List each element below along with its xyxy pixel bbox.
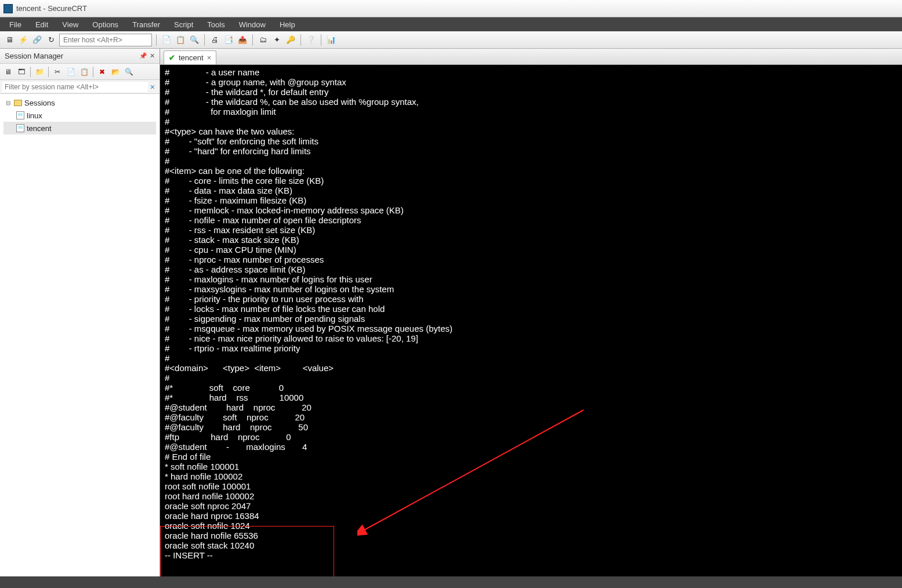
window-title: tencent - SecureCRT [16, 4, 87, 13]
find-icon[interactable]: 🔍 [189, 34, 200, 46]
main-area: Session Manager 📌 ✕ 🖥 🗔 📁 ✂ 📄 📋 ✖ 📂 🔍 × [0, 49, 902, 576]
reconnect-icon[interactable]: ↻ [45, 34, 57, 46]
tree-item-label: linux [27, 111, 42, 120]
terminal-line: # [165, 117, 897, 126]
menu-options[interactable]: Options [86, 19, 124, 30]
terminal-line: oracle hard nofile 65536 [165, 531, 897, 540]
send-icon[interactable]: 📤 [237, 34, 248, 46]
help-icon[interactable]: ❔ [305, 34, 317, 46]
menu-edit[interactable]: Edit [30, 19, 54, 30]
separator [48, 67, 49, 77]
tools-icon[interactable]: ✦ [271, 34, 282, 46]
terminal-line: # - stack - max stack size (KB) [165, 235, 897, 245]
menu-script[interactable]: Script [168, 19, 199, 30]
terminal-line: # - memlock - max locked-in-memory addre… [165, 205, 897, 215]
chart-icon[interactable]: 📊 [325, 34, 337, 46]
key-icon[interactable]: 🔑 [285, 34, 296, 46]
terminal-line: # - data - max data size (KB) [165, 186, 897, 195]
terminal-line: # - rtprio - max realtime priority [165, 343, 897, 353]
terminal-line: #@faculty hard nproc 50 [165, 422, 897, 432]
cut-icon[interactable]: ✂ [52, 66, 63, 78]
open-folder-icon[interactable]: 📂 [110, 66, 121, 78]
terminal-line: # - maxlogins - max number of logins for… [165, 274, 897, 284]
filter-input[interactable] [2, 82, 148, 92]
session-manager-panel: Session Manager 📌 ✕ 🖥 🗔 📁 ✂ 📄 📋 ✖ 📂 🔍 × [0, 49, 160, 576]
toolbar-separator [156, 34, 157, 46]
terminal-line: # [165, 353, 897, 363]
terminal-line: # [165, 156, 897, 166]
sessions-icon[interactable]: 🗂 [257, 34, 269, 46]
find-session-icon[interactable]: 🔍 [123, 66, 135, 78]
session-manager-title: Session Manager [5, 52, 63, 60]
terminal-line: # - cpu - max CPU time (MIN) [165, 245, 897, 255]
clear-filter-icon[interactable]: × [148, 82, 157, 92]
terminal-line: # - locks - max number of file locks the… [165, 304, 897, 314]
separator [93, 67, 93, 77]
delete-icon[interactable]: ✖ [96, 66, 108, 78]
terminal-line: * hard nofile 100002 [165, 471, 897, 481]
app-icon [3, 4, 13, 13]
titlebar: tencent - SecureCRT [0, 0, 902, 17]
session-icon [16, 111, 24, 119]
new-folder-icon[interactable]: 🗔 [16, 66, 27, 78]
menu-transfer[interactable]: Transfer [126, 19, 166, 30]
terminal-line: # [165, 373, 897, 383]
terminal-line: #<item> can be one of the following: [165, 166, 897, 176]
properties-icon[interactable]: 📑 [223, 34, 234, 46]
pin-icon[interactable]: 📌 [139, 52, 147, 60]
expander-icon[interactable]: ⊟ [5, 100, 12, 106]
menu-file[interactable]: File [3, 19, 27, 30]
print-icon[interactable]: 🖨 [209, 34, 220, 46]
terminal-line: #@student - maxlogins 4 [165, 442, 897, 452]
tabstrip: ✔ tencent × [160, 49, 902, 65]
terminal-line: # - nofile - max number of open file des… [165, 215, 897, 225]
menu-tools[interactable]: Tools [201, 19, 230, 30]
connect-icon[interactable]: 🖥 [3, 34, 15, 46]
terminal-line: #* soft core 0 [165, 383, 897, 393]
terminal-line: # - "soft" for enforcing the soft limits [165, 136, 897, 146]
menu-window[interactable]: Window [233, 19, 271, 30]
terminal-line: oracle soft stack 10240 [165, 540, 897, 550]
terminal-line: # - maxsyslogins - max number of logins … [165, 284, 897, 294]
copy-icon[interactable]: 📄 [161, 34, 172, 46]
separator [30, 67, 31, 77]
close-panel-icon[interactable]: ✕ [150, 52, 155, 60]
session-manager-toolbar: 🖥 🗔 📁 ✂ 📄 📋 ✖ 📂 🔍 [0, 64, 160, 80]
terminal-line: # - "hard" for enforcing hard limits [165, 146, 897, 156]
toolbar-separator [204, 34, 205, 46]
quick-connect-icon[interactable]: ⚡ [17, 34, 29, 46]
menu-help[interactable]: Help [274, 19, 301, 30]
terminal-line: # - nice - max nice priority allowed to … [165, 333, 897, 343]
import-icon[interactable]: 📁 [34, 66, 45, 78]
new-session-icon[interactable]: 🖥 [2, 66, 14, 78]
tree-item-tencent[interactable]: tencent [3, 122, 156, 135]
terminal[interactable]: # - a user name# - a group name, with @g… [160, 65, 902, 576]
session-manager-header: Session Manager 📌 ✕ [0, 49, 160, 64]
terminal-line: # - core - limits the core file size (KB… [165, 176, 897, 186]
terminal-line: #* hard rss 10000 [165, 393, 897, 402]
folder-icon [14, 100, 22, 106]
terminal-line: root soft nofile 100001 [165, 481, 897, 491]
terminal-line: # - the wildcard %, can be also used wit… [165, 97, 897, 107]
copy2-icon[interactable]: 📄 [65, 66, 77, 78]
tab-label: tencent [179, 53, 204, 62]
tab-tencent[interactable]: ✔ tencent × [164, 50, 216, 64]
tree-root[interactable]: ⊟ Sessions [3, 96, 156, 109]
tree-item-linux[interactable]: linux [3, 109, 156, 122]
host-input[interactable] [59, 34, 152, 46]
connected-icon: ✔ [169, 53, 175, 62]
close-tab-icon[interactable]: × [207, 53, 212, 62]
terminal-line: oracle soft nofile 1024 [165, 521, 897, 531]
terminal-line: # - the wildcard *, for default entry [165, 87, 897, 97]
terminal-line: # - as - address space limit (KB) [165, 264, 897, 274]
paste-icon[interactable]: 📋 [175, 34, 186, 46]
session-filter: × [0, 80, 160, 94]
menu-view[interactable]: View [56, 19, 84, 30]
paste2-icon[interactable]: 📋 [78, 66, 90, 78]
main-toolbar: 🖥 ⚡ 🔗 ↻ 📄 📋 🔍 🖨 📑 📤 🗂 ✦ 🔑 ❔ 📊 [0, 31, 902, 49]
connect-sftp-icon[interactable]: 🔗 [31, 34, 43, 46]
terminal-line: oracle soft nproc 2047 [165, 501, 897, 511]
terminal-line: # - fsize - maximum filesize (KB) [165, 195, 897, 205]
tree-item-label: tencent [27, 124, 52, 133]
terminal-line: # - a group name, with @group syntax [165, 77, 897, 87]
